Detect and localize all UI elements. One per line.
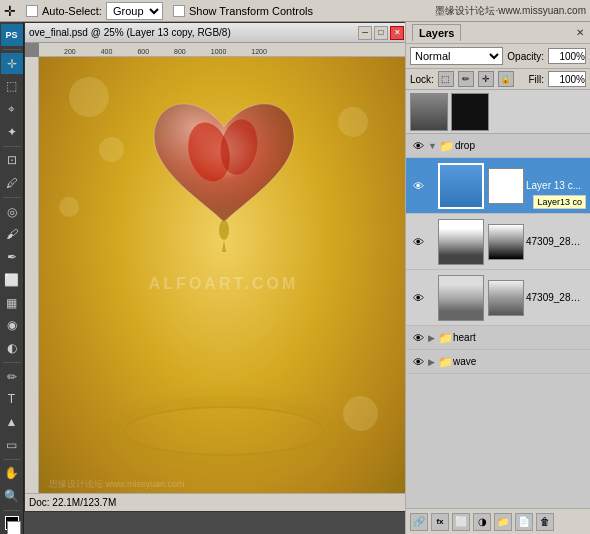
lock-row: Lock: ⬚ ✏ ✛ 🔒 Fill: xyxy=(406,69,590,90)
layers-list: 👁 ▼ 📁 drop 👁 Layer 13 c... Layer13 co 👁 xyxy=(406,134,590,508)
main-layout: PS ✛ ⬚ ⌖ ✦ ⊡ 🖊 ◎ 🖌 ✒ ⬜ ▦ ◉ ◐ ✏ T ▲ ▭ ✋ 🔍 xyxy=(0,22,590,534)
layers-tab[interactable]: Layers xyxy=(412,24,461,41)
layers-tab-label: Layers xyxy=(419,27,454,39)
eye-icon-47309-1[interactable]: 👁 xyxy=(410,234,426,250)
layer-effects-btn[interactable]: fx xyxy=(431,513,449,531)
lock-transparent-btn[interactable]: ⬚ xyxy=(438,71,454,87)
layer-group-heart[interactable]: 👁 ▶ 📁 heart xyxy=(406,326,590,350)
layers-bottom-toolbar: 🔗 fx ⬜ ◑ 📁 📄 🗑 xyxy=(406,508,590,534)
eye-icon-47309-2[interactable]: 👁 xyxy=(410,290,426,306)
opacity-input[interactable] xyxy=(548,48,586,64)
link-layers-btn[interactable]: 🔗 xyxy=(410,513,428,531)
dodge-tool[interactable]: ◐ xyxy=(1,337,23,359)
layer-group-wave[interactable]: 👁 ▶ 📁 wave xyxy=(406,350,590,374)
layer-name-47309-2: 47309_2826... xyxy=(526,292,586,303)
color-swatches xyxy=(5,514,19,532)
auto-select-checkbox[interactable] xyxy=(26,5,38,17)
auto-select-group: Auto-Select: Group xyxy=(26,2,163,20)
bokeh-3 xyxy=(338,107,368,137)
group-name-heart: heart xyxy=(453,332,476,343)
status-text: Doc: 22.1M/123.7M xyxy=(29,497,116,508)
ruler-horizontal: 200 400 600 800 1000 1200 xyxy=(39,43,405,57)
background-color[interactable] xyxy=(7,521,21,534)
show-transform-checkbox[interactable] xyxy=(173,5,185,17)
layer-row-47309-1[interactable]: 👁 47309_2826... xyxy=(406,214,590,270)
lock-label: Lock: xyxy=(410,74,434,85)
lasso-tool[interactable]: ⌖ xyxy=(1,98,23,120)
ruler-1200: 1200 xyxy=(251,48,267,55)
eye-icon-13copy[interactable]: 👁 xyxy=(410,178,426,194)
text-tool[interactable]: T xyxy=(1,388,23,410)
clone-stamp-tool[interactable]: ✒ xyxy=(1,246,23,268)
gradient-tool[interactable]: ▦ xyxy=(1,292,23,314)
minimize-button[interactable]: ─ xyxy=(358,26,372,40)
pen-tool[interactable]: ✏ xyxy=(1,366,23,388)
group-name-wave: wave xyxy=(453,356,476,367)
layer-row-47309-2[interactable]: 👁 47309_2826... xyxy=(406,270,590,326)
topbar-right-icons: 墨缘设计论坛·www.missyuan.com xyxy=(435,4,586,18)
crop-tool[interactable]: ⊡ xyxy=(1,149,23,171)
tool-separator-3 xyxy=(3,197,21,198)
ruler-400: 400 xyxy=(101,48,113,55)
expand-arrow-drop[interactable]: ▼ xyxy=(426,141,439,151)
blend-mode-dropdown[interactable]: Normal xyxy=(410,47,503,65)
layer-tooltip-13copy: Layer13 co xyxy=(533,195,586,209)
ps-logo: PS xyxy=(1,24,23,46)
layer-thumbnail-13copy xyxy=(438,163,484,209)
magic-wand-tool[interactable]: ✦ xyxy=(1,121,23,143)
brush-tool[interactable]: 🖌 xyxy=(1,224,23,246)
close-button[interactable]: ✕ xyxy=(390,26,404,40)
eye-icon-wave[interactable]: 👁 xyxy=(410,354,426,370)
hand-tool[interactable]: ✋ xyxy=(1,463,23,485)
show-transform-label: Show Transform Controls xyxy=(189,5,313,17)
ruler-800: 800 xyxy=(174,48,186,55)
zoom-tool[interactable]: 🔍 xyxy=(1,485,23,507)
layers-panel: Layers ✕ Normal Opacity: Lock: ⬚ ✏ ✛ 🔒 F… xyxy=(405,22,590,534)
eyedropper-tool[interactable]: 🖊 xyxy=(1,172,23,194)
tool-separator-2 xyxy=(3,146,21,147)
watermark-center: ALFOART.COM xyxy=(149,275,298,293)
group-name-drop: drop xyxy=(455,140,475,151)
auto-select-dropdown[interactable]: Group xyxy=(106,2,163,20)
forum-link: 墨缘设计论坛·www.missyuan.com xyxy=(435,5,586,16)
delete-layer-btn[interactable]: 🗑 xyxy=(536,513,554,531)
move-tool[interactable]: ✛ xyxy=(1,53,23,75)
lock-image-btn[interactable]: ✏ xyxy=(458,71,474,87)
lock-position-btn[interactable]: ✛ xyxy=(478,71,494,87)
folder-icon-wave: 📁 xyxy=(437,354,453,370)
eye-icon-drop[interactable]: 👁 xyxy=(410,138,426,154)
opacity-label: Opacity: xyxy=(507,51,544,62)
top-menu-bar: ✛ Auto-Select: Group Show Transform Cont… xyxy=(0,0,590,22)
status-bar: Doc: 22.1M/123.7M xyxy=(25,493,405,511)
expand-arrow-heart[interactable]: ▶ xyxy=(426,333,437,343)
layer-name-47309-1: 47309_2826... xyxy=(526,236,586,247)
ruler-600: 600 xyxy=(137,48,149,55)
doc-title-bar: ove_final.psd @ 25% (Layer 13 copy, RGB/… xyxy=(25,23,405,43)
eraser-tool[interactable]: ⬜ xyxy=(1,269,23,291)
panel-close-button[interactable]: ✕ xyxy=(576,27,584,38)
layer-mask-btn[interactable]: ⬜ xyxy=(452,513,470,531)
blur-tool[interactable]: ◉ xyxy=(1,314,23,336)
canvas-content: ALFOART.COM 思缘设计论坛 www.missyuan.com xyxy=(39,57,405,511)
tool-separator-4 xyxy=(3,362,21,363)
fill-input[interactable] xyxy=(548,71,586,87)
selection-tool[interactable]: ⬚ xyxy=(1,75,23,97)
folder-icon-drop: 📁 xyxy=(439,138,455,154)
path-selection-tool[interactable]: ▲ xyxy=(1,411,23,433)
shape-tool[interactable]: ▭ xyxy=(1,434,23,456)
healing-brush-tool[interactable]: ◎ xyxy=(1,201,23,223)
maximize-button[interactable]: □ xyxy=(374,26,388,40)
lock-all-btn[interactable]: 🔒 xyxy=(498,71,514,87)
new-layer-btn[interactable]: 📄 xyxy=(515,513,533,531)
layer-mask-47309-2 xyxy=(488,280,524,316)
new-adjustment-btn[interactable]: ◑ xyxy=(473,513,491,531)
layer-row-13copy[interactable]: 👁 Layer 13 c... Layer13 co xyxy=(406,158,590,214)
canvas-image[interactable]: ALFOART.COM 思缘设计论坛 www.missyuan.com xyxy=(39,57,405,511)
expand-arrow-wave[interactable]: ▶ xyxy=(426,357,437,367)
layer-group-drop[interactable]: 👁 ▼ 📁 drop xyxy=(406,134,590,158)
auto-select-label: Auto-Select: xyxy=(42,5,102,17)
eye-icon-heart[interactable]: 👁 xyxy=(410,330,426,346)
new-group-btn[interactable]: 📁 xyxy=(494,513,512,531)
ruler-vertical xyxy=(25,57,39,511)
folder-icon-heart: 📁 xyxy=(437,330,453,346)
